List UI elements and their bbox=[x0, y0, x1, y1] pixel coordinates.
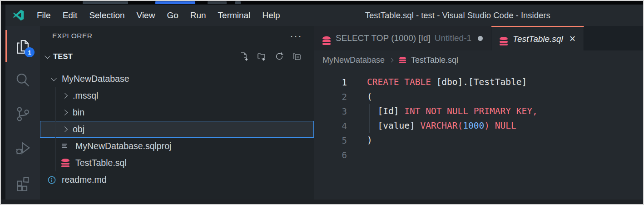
tree-item-label: obj bbox=[73, 124, 84, 135]
tab-testtable-sql[interactable]: TestTable.sql × bbox=[491, 26, 584, 50]
chevron-right-icon bbox=[62, 110, 68, 115]
tab-detail: Untitled-1 bbox=[435, 33, 471, 43]
tree-item-label: .mssql bbox=[73, 90, 98, 101]
screenshot-frame: File Edit Selection View Go Run Terminal… bbox=[0, 0, 644, 205]
section-actions bbox=[239, 51, 302, 61]
background-artifact bbox=[208, 1, 227, 4]
vscode-insiders-logo-icon bbox=[5, 9, 31, 21]
tree-item-mynewdatabase[interactable]: MyNewDatabase bbox=[40, 70, 314, 87]
code-line-6[interactable]: 6 bbox=[314, 148, 643, 162]
window-title: TestTable.sql - test - Visual Studio Cod… bbox=[286, 10, 644, 20]
menu-file[interactable]: File bbox=[31, 5, 57, 26]
database-icon bbox=[322, 32, 331, 45]
menu-terminal[interactable]: Terminal bbox=[212, 5, 257, 26]
explorer-section-test[interactable]: TEST bbox=[40, 46, 314, 67]
tree-item-sqlproj[interactable]: MyNewDatabase.sqlproj bbox=[40, 138, 314, 155]
activity-extensions-button[interactable] bbox=[5, 165, 40, 200]
file-tree: MyNewDatabase .mssql bin obj bbox=[40, 70, 314, 188]
tree-item-readme[interactable]: readme.md bbox=[40, 171, 314, 188]
activity-source-control-button[interactable] bbox=[5, 97, 40, 131]
line-number: 3 bbox=[314, 104, 347, 119]
tree-item-obj[interactable]: obj bbox=[40, 121, 314, 138]
code-line-1[interactable]: 1 CREATE TABLE [dbo].[TestTable] bbox=[314, 75, 643, 90]
explorer-title: EXPLORER bbox=[52, 32, 92, 40]
chevron-right-icon bbox=[62, 126, 68, 132]
chevron-right-icon bbox=[389, 58, 394, 62]
tab-label: TestTable.sql bbox=[513, 34, 563, 44]
code-line-2[interactable]: 2 ( bbox=[314, 90, 643, 104]
breadcrumb-file[interactable]: TestTable.sql bbox=[411, 55, 458, 65]
chevron-down-icon bbox=[51, 75, 57, 81]
database-icon bbox=[398, 57, 407, 64]
git-branch-icon bbox=[14, 105, 31, 123]
database-icon bbox=[61, 159, 70, 167]
title-bar: File Edit Selection View Go Run Terminal… bbox=[5, 5, 643, 26]
info-icon bbox=[47, 175, 56, 185]
tree-item-label: bin bbox=[73, 107, 84, 118]
line-number: 6 bbox=[314, 148, 347, 162]
menu-run[interactable]: Run bbox=[184, 5, 212, 26]
new-file-icon[interactable] bbox=[239, 51, 249, 61]
refresh-icon[interactable] bbox=[274, 51, 284, 61]
tree-item-label: MyNewDatabase.sqlproj bbox=[75, 141, 171, 151]
activity-explorer-button[interactable]: 1 bbox=[5, 29, 40, 63]
collapse-all-icon[interactable] bbox=[292, 51, 302, 61]
tree-item-mssql[interactable]: .mssql bbox=[40, 87, 314, 104]
dirty-indicator-icon[interactable] bbox=[478, 36, 483, 41]
breadcrumb-folder[interactable]: MyNewDatabase bbox=[322, 55, 385, 65]
breadcrumb: MyNewDatabase TestTable.sql bbox=[314, 50, 643, 70]
menubar: File Edit Selection View Go Run Terminal… bbox=[31, 5, 286, 26]
code-editor[interactable]: 1 CREATE TABLE [dbo].[TestTable] 2 ( 3 [… bbox=[314, 70, 643, 200]
indent-guide bbox=[55, 87, 56, 171]
explorer-badge: 1 bbox=[25, 47, 35, 57]
line-number: 2 bbox=[314, 90, 347, 104]
workspace-name: TEST bbox=[53, 52, 73, 61]
code-line-4[interactable]: 4 [value] VARCHAR(1000) NULL bbox=[314, 119, 643, 133]
tree-item-label: readme.md bbox=[62, 175, 107, 185]
menu-view[interactable]: View bbox=[131, 5, 161, 26]
chevron-down-icon bbox=[45, 53, 50, 59]
code-indent-guide bbox=[369, 104, 370, 133]
code-line-5[interactable]: 5 ) bbox=[314, 133, 643, 148]
search-icon bbox=[14, 71, 31, 89]
line-number: 5 bbox=[314, 133, 347, 148]
background-window-strip-bottom bbox=[1, 200, 643, 204]
extensions-icon bbox=[14, 174, 31, 191]
activity-search-button[interactable] bbox=[5, 63, 40, 97]
tab-label: SELECT TOP (1000) [Id] bbox=[336, 33, 431, 43]
background-artifact bbox=[235, 1, 241, 4]
menu-selection[interactable]: Selection bbox=[83, 5, 130, 26]
background-window-strip bbox=[1, 1, 643, 5]
explorer-sidebar: EXPLORER ··· TEST bbox=[40, 26, 314, 200]
line-number: 4 bbox=[314, 119, 347, 133]
menu-go[interactable]: Go bbox=[161, 5, 184, 26]
debug-icon bbox=[14, 140, 31, 157]
line-number: 1 bbox=[314, 75, 347, 90]
more-actions-icon[interactable]: ··· bbox=[290, 34, 302, 38]
tab-untitled-1[interactable]: SELECT TOP (1000) [Id] Untitled-1 bbox=[314, 26, 491, 50]
window-left-edge bbox=[1, 5, 5, 200]
menu-edit[interactable]: Edit bbox=[57, 5, 84, 26]
activity-bar: 1 bbox=[5, 26, 40, 200]
editor-group: SELECT TOP (1000) [Id] Untitled-1 TestTa… bbox=[314, 26, 643, 200]
tab-bar: SELECT TOP (1000) [Id] Untitled-1 TestTa… bbox=[314, 26, 643, 50]
tree-item-testtable-sql[interactable]: TestTable.sql bbox=[40, 155, 314, 171]
activity-run-debug-button[interactable] bbox=[5, 131, 40, 165]
chevron-right-icon bbox=[62, 93, 68, 99]
code-line-3[interactable]: 3 [Id] INT NOT NULL PRIMARY KEY, bbox=[314, 104, 643, 119]
menu-help[interactable]: Help bbox=[256, 5, 286, 26]
close-icon[interactable]: × bbox=[570, 34, 575, 44]
background-artifact-blue bbox=[155, 1, 195, 4]
tree-item-bin[interactable]: bin bbox=[40, 104, 314, 121]
tree-item-label: MyNewDatabase bbox=[62, 74, 129, 84]
database-icon bbox=[500, 32, 508, 45]
new-folder-icon[interactable] bbox=[257, 51, 267, 61]
tree-item-label: TestTable.sql bbox=[75, 158, 127, 168]
sqlproj-file-icon bbox=[61, 143, 70, 150]
background-artifact bbox=[83, 1, 128, 4]
vscode-window: File Edit Selection View Go Run Terminal… bbox=[5, 5, 643, 200]
